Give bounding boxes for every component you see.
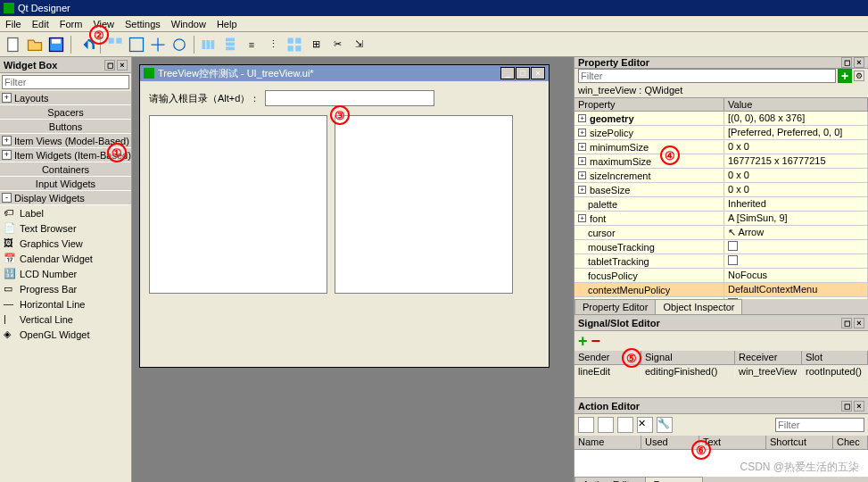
property-value[interactable]: 16777215 x 16777215 [724,154,868,168]
col-action-text[interactable]: Text [699,436,766,449]
tab-object-inspector[interactable]: Object Inspector [655,299,742,314]
layout-grid-icon[interactable] [285,35,304,54]
add-signal-icon[interactable]: + [578,332,588,351]
widget-category[interactable]: -Display Widgets [0,191,131,205]
expand-icon[interactable]: + [2,93,12,103]
layout-v-icon[interactable] [220,35,240,54]
expand-icon[interactable]: + [2,150,12,160]
menu-form[interactable]: Form [54,19,88,29]
paste-action-icon[interactable] [617,417,633,433]
design-form[interactable]: 请输入根目录（Alt+d）： [140,81,549,367]
property-value[interactable]: 0 x 0 [724,140,868,154]
property-value[interactable]: [Preferred, Preferred, 0, 0] [724,126,868,139]
widget-category[interactable]: +Layouts [0,91,131,105]
expand-icon[interactable]: + [2,136,12,145]
property-menu-icon[interactable]: ⚙ [854,71,864,81]
save-icon[interactable] [46,35,66,54]
property-table[interactable]: +geometry[(0, 0), 608 x 376]+sizePolicy[… [575,112,868,299]
col-slot[interactable]: Slot [802,351,868,364]
property-row[interactable]: paletteInherited [575,197,868,212]
widget-category[interactable]: Input Widgets [0,177,131,191]
col-value[interactable]: Value [724,98,868,111]
widget-item[interactable]: 📅Calendar Widget [0,251,131,266]
col-receiver[interactable]: Receiver [735,351,802,364]
widget-item[interactable]: 🔢LCD Number [0,266,131,281]
close-icon[interactable]: × [854,401,864,411]
col-sender[interactable]: Sender [575,351,641,364]
configure-action-icon[interactable]: 🔧 [657,417,673,433]
undock-icon[interactable]: ◻ [841,401,852,411]
property-filter[interactable] [578,69,836,83]
action-filter[interactable] [775,418,864,432]
undock-icon[interactable]: ◻ [841,57,852,68]
copy-action-icon[interactable] [598,417,614,433]
edit-buddies-icon[interactable] [148,35,168,54]
property-row[interactable]: cursor↖ Arrow [575,226,868,240]
open-file-icon[interactable] [25,35,45,54]
undock-icon[interactable]: ◻ [104,60,115,71]
col-action-name[interactable]: Name [575,436,641,449]
col-action-checkable[interactable]: Chec [833,436,868,449]
new-action-icon[interactable] [578,417,594,433]
menu-settings[interactable]: Settings [120,19,166,29]
property-row[interactable]: tabletTracking [575,254,868,269]
tab-property-editor[interactable]: Property Editor [575,299,656,314]
design-titlebar[interactable]: TreeView控件测试 - UI_treeView.ui* _ □ × [140,65,549,81]
treeview-left[interactable] [149,115,327,294]
undock-icon[interactable]: ◻ [841,318,852,328]
property-row[interactable]: +geometry[(0, 0), 608 x 376] [575,112,868,126]
property-value[interactable] [724,254,868,268]
treeview-right[interactable] [335,115,513,294]
break-layout-icon[interactable]: ✂ [327,35,347,54]
property-row[interactable]: +minimumSize0 x 0 [575,140,868,154]
adjust-size-icon[interactable]: ⇲ [349,35,368,54]
menu-window[interactable]: Window [166,19,211,29]
widget-category[interactable]: Buttons [0,120,131,134]
widget-item[interactable]: 🏷Label [0,205,131,220]
close-icon[interactable]: × [117,60,128,71]
menu-view[interactable]: View [87,19,120,29]
root-dir-input[interactable] [265,90,434,106]
close-window-icon[interactable]: × [531,67,545,79]
close-icon[interactable]: × [854,318,864,328]
property-row[interactable]: +baseSize0 x 0 [575,183,868,197]
tab-resource-browser[interactable]: Resource [645,477,703,482]
widget-item[interactable]: 📄Text Browser [0,220,131,236]
menu-edit[interactable]: Edit [27,19,54,29]
layout-h-icon[interactable] [199,35,219,54]
property-row[interactable]: +sizeIncrement0 x 0 [575,169,868,183]
edit-tab-order-icon[interactable] [169,35,189,54]
edit-signals-icon[interactable] [127,35,146,54]
widget-box-filter[interactable] [2,75,129,89]
layout-form-icon[interactable]: ⊞ [306,35,326,54]
property-row[interactable]: +fontA [SimSun, 9] [575,212,868,226]
remove-signal-icon[interactable]: − [591,332,601,351]
property-value[interactable]: DefaultContextMenu [724,283,868,296]
property-value[interactable]: A [SimSun, 9] [724,212,868,225]
close-icon[interactable]: × [854,57,864,68]
add-property-icon[interactable]: + [838,69,852,83]
edit-widgets-icon[interactable] [105,35,125,54]
widget-item[interactable]: ◈OpenGL Widget [0,327,131,342]
minimize-icon[interactable]: _ [500,67,515,79]
new-file-icon[interactable] [4,35,23,54]
widget-item[interactable]: 🖼Graphics View [0,236,131,251]
col-signal[interactable]: Signal [641,351,735,364]
widget-category[interactable]: Containers [0,162,131,177]
signal-row[interactable]: lineEdit editingFinished() win_treeView … [575,365,868,379]
widget-item[interactable]: |Vertical Line [0,312,131,327]
property-row[interactable]: contextMenuPolicyDefaultContextMenu [575,283,868,297]
layout-vsplit-icon[interactable]: ⋮ [263,35,283,54]
design-area[interactable]: TreeView控件测试 - UI_treeView.ui* _ □ × 请输入… [132,57,574,482]
property-value[interactable]: NoFocus [724,269,868,282]
widget-category[interactable]: +Item Views (Model-Based) [0,134,131,148]
tab-action-editor[interactable]: Action Editor [575,477,646,482]
col-action-shortcut[interactable]: Shortcut [766,436,833,449]
expand-icon[interactable]: - [2,193,12,203]
widget-category[interactable]: Spacers [0,105,131,120]
col-property[interactable]: Property [575,98,724,111]
layout-hsplit-icon[interactable]: ≡ [242,35,261,54]
property-row[interactable]: +sizePolicy[Preferred, Preferred, 0, 0] [575,126,868,140]
property-value[interactable]: Inherited [724,197,868,211]
property-value[interactable]: 0 x 0 [724,183,868,196]
